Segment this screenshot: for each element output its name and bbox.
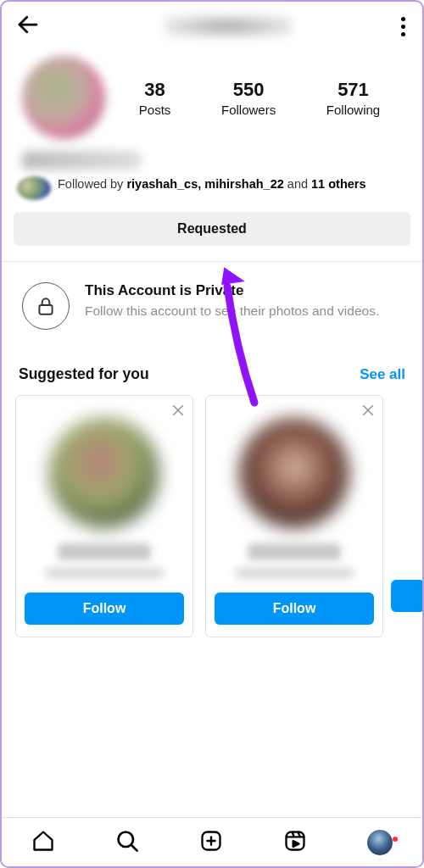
following-label: Following — [326, 103, 380, 117]
suggested-subtitle — [45, 567, 164, 579]
profile-info-row: 38 Posts 550 Followers 571 Following — [2, 47, 422, 142]
followed-by-text: Followed by riyashah_cs, mihirshah_22 an… — [58, 176, 366, 193]
posts-count: 38 — [139, 79, 171, 101]
follow-button[interactable] — [391, 580, 422, 612]
suggested-header: Suggested for you See all — [2, 343, 422, 395]
svg-rect-1 — [39, 305, 52, 314]
mutual-followers-thumb — [17, 176, 51, 200]
profile-header — [2, 2, 422, 47]
profile-nav-avatar[interactable] — [367, 830, 393, 855]
suggested-subtitle — [235, 567, 354, 579]
dismiss-suggestion-icon[interactable] — [170, 403, 186, 420]
profile-username — [165, 15, 292, 37]
posts-label: Posts — [139, 103, 171, 117]
home-icon[interactable] — [31, 829, 55, 856]
follow-status-label: Requested — [177, 221, 247, 236]
back-arrow-icon[interactable] — [15, 12, 41, 41]
suggested-name — [248, 543, 341, 560]
suggested-card: Follow — [205, 395, 383, 637]
followers-stat[interactable]: 550 Followers — [221, 79, 276, 117]
suggested-name — [58, 543, 151, 560]
private-title: This Account is Private — [85, 282, 379, 299]
private-text: This Account is Private Follow this acco… — [85, 282, 379, 320]
lock-icon — [22, 282, 70, 330]
svg-marker-15 — [293, 841, 298, 847]
following-count: 571 — [326, 79, 380, 101]
following-stat[interactable]: 571 Following — [326, 79, 380, 117]
profile-display-name — [22, 151, 141, 170]
private-account-notice: This Account is Private Follow this acco… — [2, 262, 422, 343]
more-options-icon[interactable] — [398, 14, 409, 40]
profile-avatar[interactable] — [22, 56, 105, 139]
suggested-card: Follow — [15, 395, 193, 637]
bottom-nav — [2, 817, 422, 866]
follow-button[interactable]: Follow — [215, 593, 374, 625]
follow-status-button[interactable]: Requested — [14, 212, 410, 246]
followers-count: 550 — [221, 79, 276, 101]
svg-line-7 — [131, 845, 137, 850]
follow-button[interactable]: Follow — [25, 593, 184, 625]
suggested-avatar[interactable] — [239, 418, 349, 528]
search-icon[interactable] — [115, 829, 139, 856]
suggested-card-partial — [395, 395, 421, 637]
suggested-avatar[interactable] — [49, 418, 159, 528]
followed-by-row[interactable]: Followed by riyashah_cs, mihirshah_22 an… — [2, 176, 422, 200]
dismiss-suggestion-icon[interactable] — [360, 403, 376, 420]
reels-icon[interactable] — [283, 829, 307, 856]
posts-stat[interactable]: 38 Posts — [139, 79, 171, 117]
suggested-cards-row[interactable]: Follow Follow — [2, 395, 422, 637]
suggested-title: Suggested for you — [19, 365, 149, 383]
new-post-icon[interactable] — [199, 829, 223, 856]
followers-label: Followers — [221, 103, 276, 117]
see-all-link[interactable]: See all — [360, 366, 405, 383]
profile-stats: 38 Posts 550 Followers 571 Following — [114, 79, 405, 117]
private-body: Follow this account to see their photos … — [85, 303, 379, 320]
